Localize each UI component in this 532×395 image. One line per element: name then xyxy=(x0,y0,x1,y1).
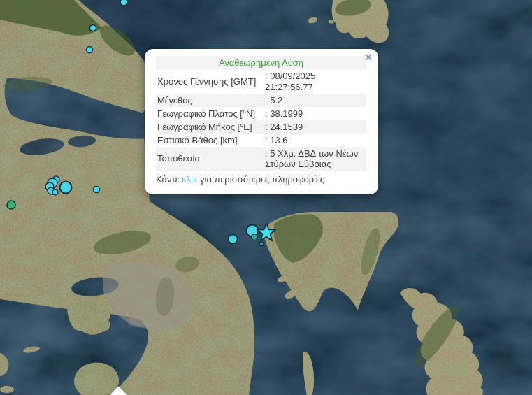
footer-text-prefix: Κάντε xyxy=(156,174,182,185)
popup-row-value: : 13.6 xyxy=(264,134,366,147)
popup-row: Τοποθεσία: 5 Χλμ. ΔΒΔ των Νέων Στύρων Εύ… xyxy=(156,147,366,171)
popup-row-label: Γεωγραφικό Πλάτος [°N] xyxy=(156,107,264,120)
popup-row: Γεωγραφικό Πλάτος [°N]: 38.1999 xyxy=(156,107,366,120)
earthquake-marker[interactable] xyxy=(87,47,93,53)
popup-row-value: : 38.1999 xyxy=(264,107,366,120)
more-info-link[interactable]: κλικ xyxy=(182,174,197,185)
popup-row-label: Εστιακό Βάθος [km] xyxy=(156,134,264,147)
popup-row: Εστιακό Βάθος [km]: 13.6 xyxy=(156,134,366,147)
earthquake-marker[interactable] xyxy=(52,189,58,195)
popup-table: Αναθεωρημένη Λύση Χρόνος Γέννησης [GMT]:… xyxy=(156,56,366,171)
popup-row-label: Μέγεθος xyxy=(156,94,264,108)
earthquake-marker[interactable] xyxy=(90,25,96,31)
popup-row: Χρόνος Γέννησης [GMT]: 08/09/2025 21:27:… xyxy=(156,70,366,94)
earthquake-marker[interactable] xyxy=(94,187,100,193)
earthquake-popup: × Αναθεωρημένη Λύση Χρόνος Γέννησης [GMT… xyxy=(145,49,378,194)
popup-row: Μέγεθος: 5.2 xyxy=(156,94,366,108)
popup-row-label: Τοποθεσία xyxy=(156,147,264,171)
popup-row-label: Γεωγραφικό Μήκος [°E] xyxy=(156,120,264,134)
earthquake-marker[interactable] xyxy=(259,242,264,246)
earthquake-marker[interactable] xyxy=(120,0,127,6)
popup-row: Γεωγραφικό Μήκος [°E]: 24.1539 xyxy=(156,120,366,134)
popup-close-button[interactable]: × xyxy=(361,50,376,64)
popup-row-value: : 08/09/2025 21:27:56.77 xyxy=(264,70,366,94)
popup-row-value: : 5.2 xyxy=(264,94,366,108)
earthquake-map-app: × Αναθεωρημένη Λύση Χρόνος Γέννησης [GMT… xyxy=(0,0,532,395)
popup-content: Αναθεωρημένη Λύση Χρόνος Γέννησης [GMT]:… xyxy=(156,56,366,185)
popup-row-value: : 5 Χλμ. ΔΒΔ των Νέων Στύρων Εύβοιας xyxy=(264,147,366,171)
earthquake-marker[interactable] xyxy=(60,182,72,194)
footer-text-suffix: για περισσότερες πληροφορίες xyxy=(197,174,324,185)
popup-row-value: : 24.1539 xyxy=(264,120,366,134)
popup-table-body: Αναθεωρημένη Λύση Χρόνος Γέννησης [GMT]:… xyxy=(156,56,366,171)
popup-row-label: Χρόνος Γέννησης [GMT] xyxy=(156,70,264,94)
popup-footer: Κάντε κλικ για περισσότερες πληροφορίες xyxy=(156,174,366,185)
earthquake-marker[interactable] xyxy=(252,234,258,240)
earthquake-marker[interactable] xyxy=(229,235,238,244)
earthquake-marker[interactable] xyxy=(7,201,15,209)
popup-title: Αναθεωρημένη Λύση xyxy=(156,56,366,70)
popup-title-row: Αναθεωρημένη Λύση xyxy=(156,56,366,70)
